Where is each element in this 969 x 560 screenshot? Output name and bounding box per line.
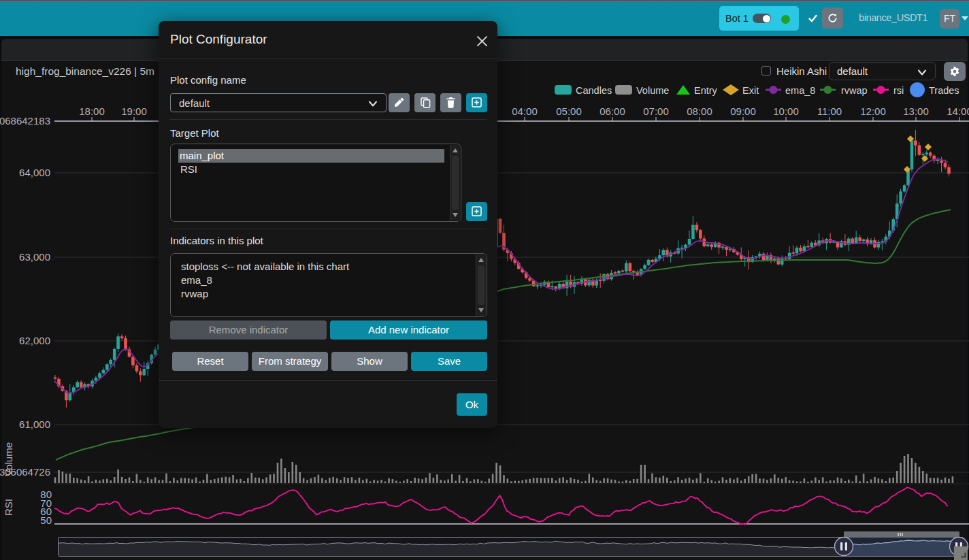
svg-text:06:00: 06:00 [600, 105, 625, 117]
svg-text:05:00: 05:00 [556, 105, 582, 117]
svg-text:Entry: Entry [694, 85, 718, 96]
svg-text:rvwap: rvwap [841, 85, 868, 96]
svg-text:ema_8: ema_8 [785, 85, 815, 96]
svg-text:13:00: 13:00 [903, 105, 929, 117]
svg-text:068642183: 068642183 [0, 115, 50, 127]
svg-text:09:00: 09:00 [730, 105, 756, 117]
svg-text:Trades: Trades [929, 85, 959, 96]
svg-text:rsi: rsi [893, 85, 904, 96]
svg-text:11:00: 11:00 [817, 105, 842, 117]
svg-text:RSI: RSI [3, 499, 14, 516]
svg-text:19:00: 19:00 [121, 105, 147, 117]
svg-text:high_frog_binance_v226 | 5m: high_frog_binance_v226 | 5m [16, 65, 154, 77]
svg-text:63,000: 63,000 [19, 251, 50, 263]
svg-text:18:00: 18:00 [79, 105, 105, 117]
svg-text:04:00: 04:00 [512, 105, 538, 117]
svg-text:50: 50 [40, 514, 52, 526]
svg-text:62,000: 62,000 [19, 335, 50, 346]
svg-text:10:00: 10:00 [773, 105, 799, 117]
svg-text:Candles: Candles [576, 85, 612, 96]
svg-text:Exit: Exit [742, 85, 759, 96]
svg-text:64,000: 64,000 [19, 167, 50, 178]
svg-text:Volume: Volume [636, 85, 669, 96]
svg-text:08:00: 08:00 [687, 105, 712, 117]
svg-text:14:00: 14:00 [947, 105, 969, 117]
svg-text:Volume: Volume [3, 442, 14, 476]
svg-text:07:00: 07:00 [643, 105, 669, 117]
svg-text:61,000: 61,000 [19, 418, 50, 430]
svg-text:12:00: 12:00 [860, 105, 886, 117]
